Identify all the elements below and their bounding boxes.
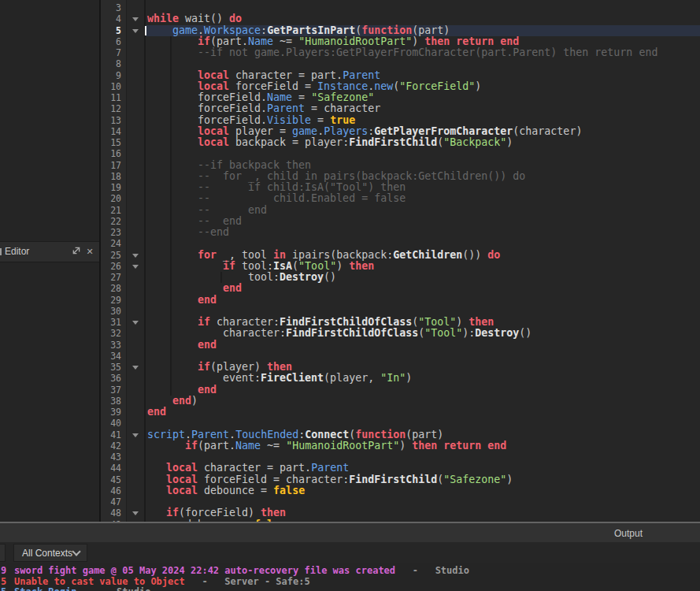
code-line <box>147 2 700 13</box>
fold-arrow-icon[interactable] <box>132 433 139 437</box>
context-filter-dropdown[interactable]: All Contexts <box>13 544 87 562</box>
line-number: 47 <box>101 496 121 507</box>
output-title-bar[interactable]: Output <box>0 522 700 542</box>
code-fold-strip <box>127 0 146 522</box>
popout-icon[interactable] <box>69 245 82 258</box>
code-line: forceField.Name = "Safezone" <box>147 92 700 103</box>
editor-panel-header: Editor ✕ <box>0 241 99 262</box>
output-line: 5Stack Begin - Studio <box>0 587 700 591</box>
line-number: 13 <box>101 115 121 126</box>
left-dock-panel: Editor ✕ <box>0 0 101 522</box>
line-number: 5 <box>101 25 121 36</box>
line-number: 43 <box>101 452 121 463</box>
code-line <box>147 351 700 362</box>
line-number: 39 <box>101 407 121 418</box>
line-number: 17 <box>101 160 121 171</box>
code-line: end <box>147 295 700 306</box>
line-number: 36 <box>101 373 121 384</box>
code-line: --if backpack then <box>147 160 700 171</box>
line-number: 38 <box>101 396 121 407</box>
close-icon[interactable]: ✕ <box>83 245 96 258</box>
line-number-gutter: 3456789101112131415161718192021222324252… <box>101 0 127 522</box>
clipped-toolbar-control[interactable] <box>0 544 6 562</box>
line-number: 3 <box>101 2 121 13</box>
code-line: end <box>147 407 700 418</box>
script-editor[interactable]: 3456789101112131415161718192021222324252… <box>101 0 700 522</box>
code-line: character:FindFirstChildOfClass("Tool"):… <box>147 328 700 339</box>
line-number: 16 <box>101 148 121 159</box>
fold-arrow-icon[interactable] <box>132 29 139 33</box>
code-line <box>147 238 700 249</box>
output-line: 9sword fight game @ 05 May 2024 22:42 au… <box>0 566 700 577</box>
code-line: -- end <box>147 216 700 227</box>
code-line: if(player) then <box>147 362 700 373</box>
line-number: 4 <box>101 13 121 24</box>
fold-arrow-icon[interactable] <box>132 265 139 269</box>
fold-arrow-icon[interactable] <box>132 254 139 258</box>
line-number: 41 <box>101 429 121 440</box>
code-line: if tool:IsA("Tool") then <box>147 261 700 272</box>
code-line: tool:Destroy() <box>147 272 700 283</box>
code-line: for _, tool in ipairs(backpack:GetChildr… <box>147 250 700 261</box>
line-number: 31 <box>101 317 121 328</box>
fold-arrow-icon[interactable] <box>132 321 139 325</box>
line-number: 22 <box>101 216 121 227</box>
code-line: local player = game.Players:GetPlayerFro… <box>147 126 700 137</box>
line-number: 14 <box>101 126 121 137</box>
line-number: 28 <box>101 283 121 294</box>
code-line <box>147 496 700 507</box>
line-number: 44 <box>101 463 121 474</box>
code-line: -- child.Enabled = false <box>147 193 700 204</box>
code-line <box>147 148 700 159</box>
line-number: 25 <box>101 250 121 261</box>
code-line: -- if child:IsA("Tool") then <box>147 182 700 193</box>
line-number: 46 <box>101 485 121 496</box>
code-line: -- for _, child in pairs(backpack:GetChi… <box>147 171 700 182</box>
context-filter-value: All Contexts <box>22 548 72 559</box>
fold-arrow-icon[interactable] <box>132 511 139 515</box>
code-line <box>147 452 700 463</box>
output-console[interactable]: 9sword fight game @ 05 May 2024 22:42 au… <box>0 563 700 591</box>
line-number: 48 <box>101 507 121 519</box>
line-number: 21 <box>101 205 121 216</box>
code-line: if(forceField) then <box>147 507 700 519</box>
code-line: if character:FindFirstChildOfClass("Tool… <box>147 317 700 328</box>
line-number: 32 <box>101 328 121 339</box>
output-panel: Output All Contexts 9sword fight game @ … <box>0 522 700 591</box>
line-number: 45 <box>101 474 121 485</box>
code-line <box>147 58 700 69</box>
code-line: end <box>147 340 700 351</box>
code-line: local character = part.Parent <box>147 70 700 81</box>
line-number: 10 <box>101 81 121 92</box>
line-number: 29 <box>101 295 121 306</box>
line-number: 11 <box>101 92 121 103</box>
line-number: 33 <box>101 340 121 351</box>
line-number: 23 <box>101 227 121 238</box>
output-toolbar: All Contexts <box>0 542 700 563</box>
code-line: forceField.Parent = character <box>147 103 700 114</box>
line-number: 35 <box>101 362 121 373</box>
code-line: local forceField = Instance.new("ForceFi… <box>147 81 700 92</box>
fold-arrow-icon[interactable] <box>132 17 139 21</box>
code-line: --end <box>147 227 700 238</box>
panel-title: Editor <box>5 246 29 257</box>
line-number: 7 <box>101 47 121 58</box>
line-number: 42 <box>101 440 121 452</box>
clipped-label-fragment <box>0 248 2 255</box>
code-line <box>147 418 700 429</box>
code-line: while wait() do <box>147 13 700 24</box>
code-line: end) <box>147 396 700 407</box>
code-line: script.Parent.TouchEnded:Connect(functio… <box>147 429 700 440</box>
code-line: --if not game.Players:GetPlayerFromChara… <box>147 47 700 58</box>
line-number: 18 <box>101 171 121 182</box>
line-number: 19 <box>101 182 121 193</box>
output-title: Output <box>614 528 643 539</box>
line-number: 26 <box>101 261 121 272</box>
output-line: 5Unable to cast value to Object - Server… <box>0 577 700 588</box>
code-line: if(part.Name ~= "HumanoidRootPart") then… <box>147 36 700 47</box>
fold-arrow-icon[interactable] <box>132 366 139 370</box>
code-line: if(part.Name ~= "HumanoidRootPart") then… <box>147 440 700 452</box>
code-line <box>147 306 700 317</box>
line-number: 37 <box>101 385 121 396</box>
code-line: -- end <box>147 205 700 216</box>
